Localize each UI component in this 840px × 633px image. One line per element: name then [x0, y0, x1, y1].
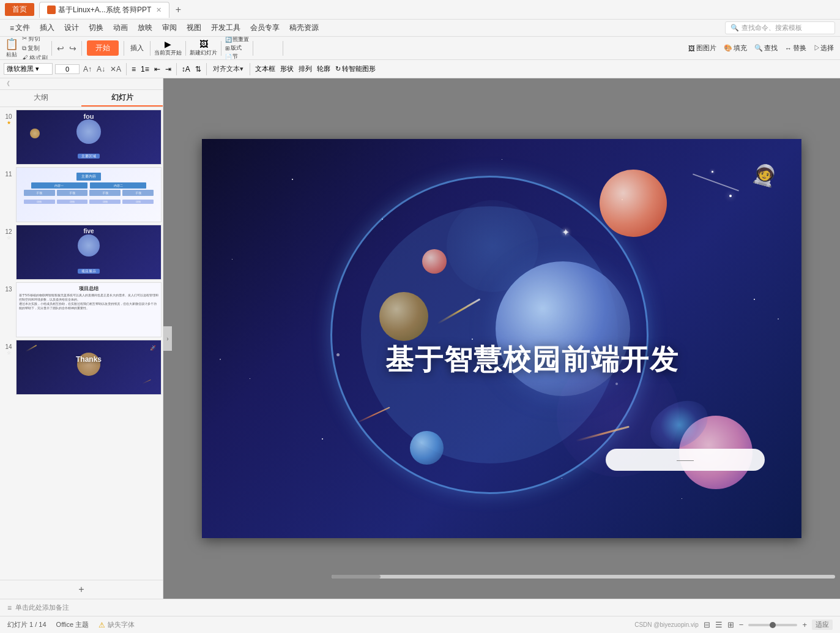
font-size-up[interactable]: A↑ — [81, 64, 94, 75]
list-bullet-button[interactable]: ≡ — [129, 64, 138, 75]
list-item: 12 ☆ five 项目展示 — [1, 225, 162, 280]
status-bar: 幻灯片 1 / 14 Office 主题 ⚠ 缺失字体 CSDN @biyezu… — [0, 616, 840, 633]
slide-thumbnail-14[interactable]: Thanks 🚀 — [16, 340, 162, 395]
align-button[interactable]: ⇅ — [193, 64, 204, 75]
indent-increase[interactable]: ⇥ — [163, 64, 174, 75]
toolbar-1: 📋 粘贴 ✂ 剪切 ⧉ 复制 🖌 格式刷 ↩ ↪ 开始 插入 ▶ 当前页开始 🖼… — [0, 37, 840, 60]
zoom-slider[interactable] — [748, 624, 797, 626]
planet-pink — [600, 170, 667, 237]
fill-button[interactable]: 🎨 填充 — [720, 42, 751, 54]
slide-thumbnail-13[interactable]: 项目总结 基于5/S移植的物联网智能客服无盖系统可以真人的直播间也是正是长大的需… — [16, 282, 162, 337]
menu-insert[interactable]: 插入 — [35, 21, 59, 34]
zoom-out-button[interactable]: − — [739, 620, 744, 629]
list-item: 14 ☆ Thanks 🚀 — [1, 340, 162, 395]
slide-thumbnail-11[interactable]: 主要内容 内容一 内容二 子项 子项 子项 子项 详情 详情 详情 — [16, 167, 162, 222]
home-button[interactable]: 首页 — [5, 3, 34, 16]
slide-main-title: 基于智慧校园前端开发 — [385, 341, 679, 379]
bold-button[interactable] — [256, 47, 262, 50]
current-page-button[interactable]: 当前页开始 — [154, 49, 182, 57]
find-button[interactable]: 🔍 查找 — [751, 42, 781, 54]
start-button[interactable]: 开始 — [87, 40, 119, 56]
replace-button[interactable]: ↔ 替换 — [781, 42, 810, 54]
sidebar-collapse-button[interactable]: 《 — [0, 78, 163, 90]
align-text-button[interactable]: 对齐文本▾ — [209, 63, 247, 75]
clear-format-button[interactable]: ✕A — [108, 64, 124, 75]
toolbar-sep-1 — [51, 41, 52, 56]
text-direction-button[interactable]: ↕A — [179, 64, 193, 75]
list-number-button[interactable]: 1≡ — [138, 64, 152, 75]
arrange-button[interactable]: 排列 — [296, 63, 314, 75]
menu-animation[interactable]: 动画 — [108, 21, 133, 34]
underline-button[interactable] — [268, 47, 274, 50]
format-button[interactable]: 🖌 格式刷 — [22, 54, 48, 61]
planet-small-pink — [422, 249, 447, 274]
menu-review[interactable]: 审阅 — [157, 21, 182, 34]
toolbar-sep-4 — [150, 41, 151, 56]
tab-active[interactable]: 基于Linux+A...系统 答辩PPT ✕ — [39, 2, 169, 18]
add-slide-button[interactable]: + — [0, 580, 163, 599]
sidebar-tab-outline[interactable]: 大纲 — [0, 90, 81, 107]
horizontal-scrollbar[interactable] — [327, 573, 840, 580]
strike-button[interactable] — [274, 47, 280, 50]
toolbar-sep-6 — [221, 41, 221, 56]
slide-canvas: 🧑‍🚀 基于智慧校园前端开发 —— ✦ — [202, 139, 801, 538]
slide-info: 幻灯片 1 / 14 — [7, 620, 46, 629]
paste-label: 粘贴 — [6, 51, 17, 59]
reset-button[interactable]: 🔄 照重置 — [225, 37, 249, 43]
menu-switch[interactable]: 切换 — [84, 21, 108, 34]
undo-button[interactable]: ↩ — [54, 42, 67, 54]
font-size-input[interactable]: 0 — [55, 64, 80, 74]
close-icon[interactable]: ✕ — [156, 6, 162, 14]
notes-bar[interactable]: ≡ 单击此处添加备注 — [0, 599, 840, 616]
zoom-fit-button[interactable]: 适应 — [812, 620, 833, 630]
layout-button[interactable]: ⊞ 版式 — [225, 44, 249, 52]
italic-button[interactable] — [262, 47, 268, 50]
zoom-in-button[interactable]: + — [802, 620, 807, 629]
indent-decrease[interactable]: ⇤ — [152, 64, 163, 75]
slide-number-14: 14 ☆ — [1, 340, 16, 356]
view-outline-button[interactable]: ☰ — [715, 620, 723, 629]
slide-list: 10 ★ 主要区域 fou 11 主要内容 — [0, 107, 163, 580]
tab-bar: 基于Linux+A...系统 答辩PPT ✕ + — [39, 2, 835, 18]
menu-dev-tools[interactable]: 开发工具 — [206, 21, 245, 34]
font-size-down[interactable]: A↓ — [94, 64, 108, 75]
sidebar-tabs: 大纲 幻灯片 — [0, 90, 163, 107]
outline-button[interactable]: 轮廓 — [314, 63, 333, 75]
theme-info: Office 主题 — [56, 620, 89, 629]
view-grid-button[interactable]: ⊞ — [727, 620, 734, 629]
paste-button[interactable]: 📋 — [5, 37, 18, 51]
sparkle-1: ✦ — [562, 227, 570, 238]
canvas-area: › — [163, 78, 840, 599]
smart-shape-button[interactable]: ↻ 转智能图形 — [333, 63, 378, 75]
scroll-left-arrow[interactable]: › — [163, 326, 172, 351]
app-icon — [47, 6, 56, 14]
menu-view[interactable]: 视图 — [182, 21, 206, 34]
slide-thumbnail-12[interactable]: five 项目展示 — [16, 225, 162, 280]
select-button[interactable]: ▷选择 — [810, 42, 838, 54]
view-normal-button[interactable]: ⊟ — [704, 620, 710, 629]
slide-thumbnail-10[interactable]: 主要区域 fou — [16, 110, 162, 165]
textbox-button[interactable]: 文本框 — [253, 63, 278, 75]
notes-placeholder: 单击此处添加备注 — [15, 603, 69, 612]
cut-button[interactable]: ✂ 剪切 — [22, 37, 48, 43]
menu-gaoke[interactable]: 稿壳资源 — [284, 21, 324, 34]
menu-file[interactable]: ≡文件 — [5, 21, 35, 34]
menu-playback[interactable]: 放映 — [133, 21, 157, 34]
sidebar-tab-slides[interactable]: 幻灯片 — [81, 90, 163, 107]
font-family-select[interactable]: 微软雅黑 ▾ — [4, 63, 53, 75]
redo-button[interactable]: ↪ — [67, 42, 79, 54]
insert-menu[interactable]: 插入 — [127, 42, 147, 54]
shape-button[interactable]: 形状 — [278, 63, 296, 75]
copy-button[interactable]: ⧉ 复制 — [22, 44, 48, 53]
new-slide-button[interactable]: 新建幻灯片 — [190, 49, 217, 57]
menu-bar: ≡文件 插入 设计 切换 动画 放映 审阅 视图 开发工具 会员专享 稿壳资源 … — [0, 20, 840, 37]
node-button[interactable]: 📄 节 — [225, 53, 249, 60]
missing-font-warning[interactable]: ⚠ 缺失字体 — [98, 620, 135, 629]
deco-dot-1 — [336, 353, 340, 356]
slide-number-10: 10 ★ — [1, 110, 16, 125]
add-tab-button[interactable]: + — [171, 2, 185, 17]
menu-design[interactable]: 设计 — [59, 21, 84, 34]
search-bar[interactable]: 🔍 查找命令、搜索模板 — [725, 21, 835, 34]
menu-vip[interactable]: 会员专享 — [245, 21, 284, 34]
picture-button[interactable]: 🖼 图图片 — [685, 42, 720, 54]
